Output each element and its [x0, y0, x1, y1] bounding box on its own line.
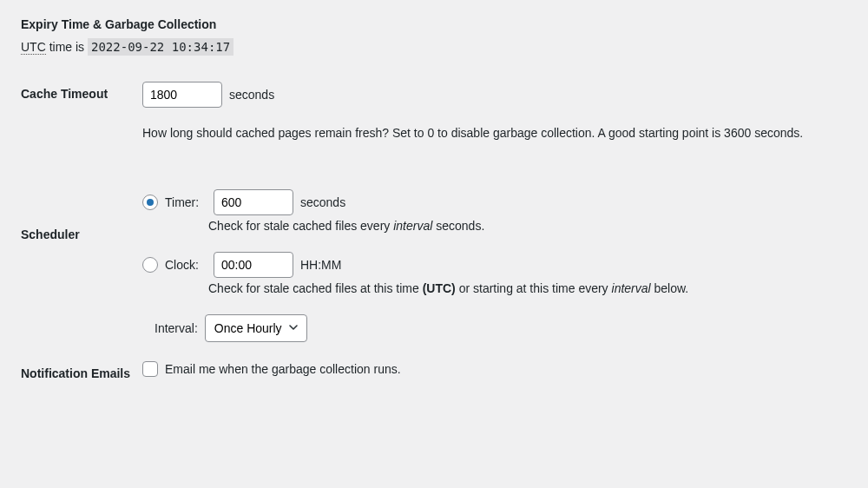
cache-timeout-label: Cache Timeout — [21, 75, 142, 155]
scheduler-interval-select[interactable]: Once Hourly — [205, 314, 307, 342]
scheduler-timer-input[interactable] — [214, 189, 293, 215]
utc-abbr: UTC — [21, 40, 46, 55]
timer-note-prefix: Check for stale cached files every — [208, 219, 393, 233]
scheduler-timer-label: Timer: — [165, 195, 207, 209]
scheduler-clock-format: HH:MM — [300, 258, 341, 272]
clock-note-mid: or starting at this time every — [456, 281, 612, 295]
section-title: Expiry Time & Garbage Collection — [21, 17, 847, 31]
scheduler-timer-radio[interactable] — [142, 195, 158, 210]
timer-note-em: interval — [393, 219, 432, 233]
timer-note-suffix: seconds. — [432, 219, 484, 233]
scheduler-clock-input[interactable] — [214, 252, 293, 278]
clock-note-prefix: Check for stale cached files at this tim… — [208, 281, 423, 295]
scheduler-clock-radio[interactable] — [142, 257, 158, 273]
scheduler-clock-note: Check for stale cached files at this tim… — [208, 281, 847, 295]
scheduler-label: Scheduler — [21, 155, 142, 354]
clock-note-suffix: below. — [651, 281, 689, 295]
cache-timeout-help: How long should cached pages remain fres… — [142, 123, 847, 142]
notification-email-checkbox[interactable] — [142, 361, 158, 377]
clock-note-em: interval — [612, 281, 651, 295]
scheduler-clock-label: Clock: — [165, 258, 207, 272]
utc-timestamp: 2022-09-22 10:34:17 — [88, 38, 233, 56]
scheduler-timer-note: Check for stale cached files every inter… — [208, 219, 847, 233]
cache-timeout-input[interactable] — [142, 82, 222, 108]
notification-email-label: Email me when the garbage collection run… — [165, 362, 401, 376]
utc-suffix-text: time is — [46, 40, 88, 54]
clock-note-strong: (UTC) — [423, 281, 456, 295]
scheduler-timer-unit: seconds — [300, 195, 345, 209]
scheduler-interval-label: Interval: — [155, 321, 198, 335]
utc-time-line: UTC time is 2022-09-22 10:34:17 — [21, 40, 847, 54]
cache-timeout-unit: seconds — [229, 88, 274, 102]
notification-label: Notification Emails — [21, 354, 142, 392]
